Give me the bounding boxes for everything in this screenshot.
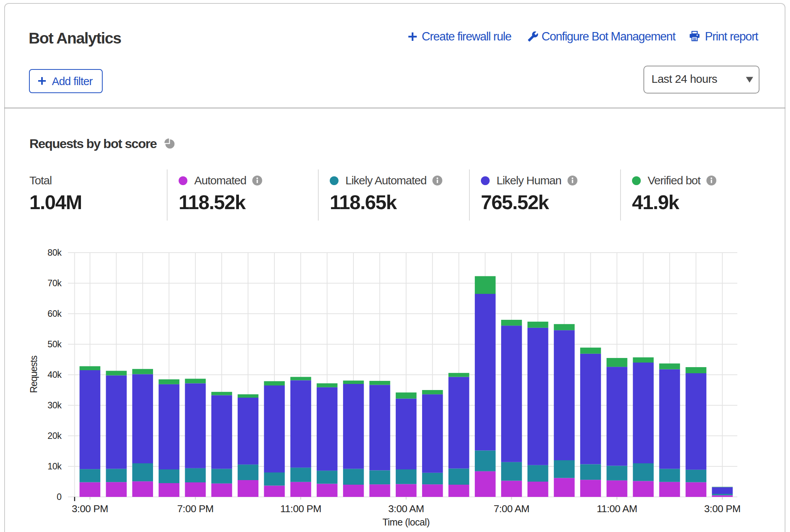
svg-text:40k: 40k (48, 370, 62, 380)
svg-text:30k: 30k (48, 400, 62, 410)
svg-text:70k: 70k (48, 278, 62, 288)
svg-text:0: 0 (56, 492, 61, 502)
svg-text:7:00 PM: 7:00 PM (177, 503, 213, 514)
svg-text:3:00 PM: 3:00 PM (72, 503, 108, 514)
svg-text:3:00 PM: 3:00 PM (704, 503, 740, 514)
svg-text:3:00 AM: 3:00 AM (388, 503, 424, 514)
svg-text:Requests: Requests (28, 356, 39, 393)
svg-text:80k: 80k (48, 248, 62, 258)
svg-text:60k: 60k (48, 309, 62, 319)
svg-text:20k: 20k (48, 431, 62, 441)
svg-text:10k: 10k (48, 461, 62, 471)
svg-text:11:00 PM: 11:00 PM (280, 503, 321, 514)
svg-text:Time (local): Time (local) (382, 517, 430, 527)
svg-text:11:00 AM: 11:00 AM (597, 503, 637, 514)
svg-text:50k: 50k (48, 339, 62, 349)
svg-text:7:00 AM: 7:00 AM (493, 503, 529, 514)
